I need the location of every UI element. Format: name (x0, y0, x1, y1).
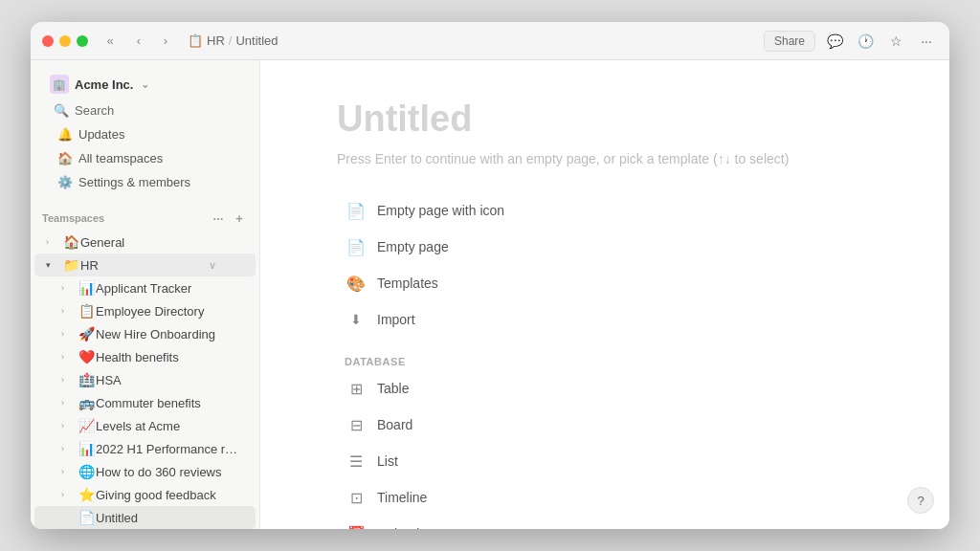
levels-icon: 📈 (77, 418, 96, 433)
breadcrumb-current: Untitled (235, 33, 278, 48)
feedback-label: Giving good feedback (96, 488, 248, 502)
chevron-icon: › (61, 467, 77, 476)
workspace-chevron: ⌄ (141, 78, 149, 91)
page-options-list: 📄 Empty page with icon 📄 Empty page 🎨 Te… (337, 193, 873, 337)
option-timeline[interactable]: ⊡ Timeline (337, 480, 873, 515)
hsa-icon: 🏥 (77, 372, 96, 387)
chevron-icon: › (61, 375, 77, 385)
page-area: Untitled Press Enter to continue with an… (260, 60, 949, 529)
h1-label: 2022 H1 Performance r… (96, 442, 248, 456)
sidebar-item-settings[interactable]: ⚙️ Settings & members (46, 170, 244, 194)
timeline-label: Timeline (377, 490, 427, 505)
sidebar-item-commuter[interactable]: › 🚌 Commuter benefits (34, 391, 256, 414)
section-more-button[interactable]: ··· (210, 209, 227, 227)
option-table[interactable]: ⊞ Table (337, 371, 873, 406)
more-button[interactable]: ··· (915, 30, 938, 53)
page-title[interactable]: Untitled (337, 99, 873, 140)
breadcrumb-section[interactable]: HR (207, 33, 225, 48)
workspace-selector[interactable]: 🏢 Acme Inc. ⌄ (42, 70, 248, 99)
search-button[interactable]: 🔍 Search (46, 99, 244, 122)
option-import[interactable]: ⬇ Import (337, 302, 873, 337)
list-icon: ☰ (345, 450, 368, 473)
applicant-tracker-icon: 📊 (77, 280, 96, 296)
employee-dir-icon: 📋 (77, 303, 96, 319)
templates-icon: 🎨 (345, 272, 368, 295)
chevron-icon: › (61, 283, 77, 293)
sidebar-item-applicant-tracker[interactable]: › 📊 Applicant Tracker (34, 276, 256, 299)
forward-button[interactable]: › (155, 31, 176, 52)
general-icon: 🏠 (61, 234, 80, 250)
close-button[interactable] (42, 35, 54, 47)
sidebar-item-new-hire[interactable]: › 🚀 New Hire Onboarding (34, 322, 256, 345)
back-button[interactable]: ‹ (128, 31, 149, 52)
titlebar-actions: Share 💬 🕐 ☆ ··· (764, 30, 938, 53)
option-list[interactable]: ☰ List (337, 444, 873, 478)
updates-icon: 🔔 (57, 127, 73, 142)
chevron-icon: › (61, 444, 77, 453)
option-board[interactable]: ⊟ Board (337, 408, 873, 442)
favorite-button[interactable]: ☆ (884, 30, 907, 53)
option-templates[interactable]: 🎨 Templates (337, 266, 873, 300)
help-button[interactable]: ? (907, 487, 934, 514)
option-empty-icon[interactable]: 📄 Empty page with icon (337, 193, 873, 228)
table-label: Table (377, 381, 409, 396)
sidebar-item-hr[interactable]: ▾ 📁 HR ∨ ··· + (34, 253, 256, 276)
share-button[interactable]: Share (764, 31, 815, 52)
templates-label: Templates (377, 276, 438, 291)
option-calendar[interactable]: 📅 Calendar (337, 517, 873, 529)
hr-badge: ∨ (209, 259, 216, 272)
minimize-button[interactable] (59, 35, 71, 47)
settings-icon: ⚙️ (57, 175, 73, 189)
option-empty-page[interactable]: 📄 Empty page (337, 230, 873, 264)
sidebar-item-feedback[interactable]: › ⭐ Giving good feedback (34, 483, 256, 506)
applicant-tracker-label: Applicant Tracker (96, 281, 248, 296)
workspace-name: Acme Inc. (75, 77, 133, 92)
sidebar-item-levels[interactable]: › 📈 Levels at Acme (34, 414, 256, 437)
search-label: Search (75, 103, 114, 118)
chevron-icon: › (61, 306, 77, 316)
sidebar-item-2022-h1[interactable]: › 📊 2022 H1 Performance r… (34, 437, 256, 460)
sidebar: 🏢 Acme Inc. ⌄ 🔍 Search 🔔 Updates 🏠 All t… (31, 60, 260, 529)
empty-icon-label: Empty page with icon (377, 203, 504, 218)
chevron-icon: › (46, 237, 61, 247)
comment-button[interactable]: 💬 (823, 30, 846, 53)
hr-more-button[interactable]: ··· (216, 257, 231, 273)
new-hire-icon: 🚀 (77, 326, 96, 342)
search-icon: 🔍 (54, 103, 69, 118)
hr-icon: 📁 (61, 257, 80, 273)
sidebar-item-health-benefits[interactable]: › ❤️ Health benefits (34, 345, 256, 368)
hr-add-button[interactable]: + (233, 257, 248, 273)
sidebar-item-employee-directory[interactable]: › 📋 Employee Directory (34, 299, 256, 322)
database-section-label: DATABASE (337, 356, 873, 367)
page-hint: Press Enter to continue with an empty pa… (337, 151, 873, 166)
board-icon: ⊟ (345, 413, 368, 436)
table-icon: ⊞ (345, 377, 368, 400)
health-label: Health benefits (96, 350, 248, 364)
import-icon: ⬇ (345, 308, 368, 331)
hsa-label: HSA (96, 373, 248, 387)
chevron-icon: › (61, 490, 77, 499)
import-label: Import (377, 312, 415, 327)
teamspaces-icon: 🏠 (57, 151, 73, 165)
section-add-button[interactable]: + (231, 209, 248, 227)
section-actions: ··· + (210, 209, 248, 227)
hr-label: HR (80, 258, 207, 273)
database-options-list: ⊞ Table ⊟ Board ☰ List ⊡ Timeline (337, 371, 873, 529)
sidebar-item-untitled[interactable]: 📄 Untitled (34, 506, 256, 529)
sidebar-item-360[interactable]: › 🌐 How to do 360 reviews (34, 460, 256, 483)
sidebar-item-general[interactable]: › 🏠 General (34, 231, 256, 253)
sidebar-item-updates[interactable]: 🔔 Updates (46, 122, 244, 146)
chevron-icon: ▾ (46, 260, 61, 270)
h1-icon: 📊 (77, 441, 96, 456)
sidebar-item-all-teamspaces[interactable]: 🏠 All teamspaces (46, 146, 244, 170)
collapse-sidebar-button[interactable]: « (100, 31, 121, 52)
sidebar-item-hsa[interactable]: › 🏥 HSA (34, 368, 256, 391)
360-label: How to do 360 reviews (96, 465, 248, 479)
commuter-icon: 🚌 (77, 395, 96, 410)
page-content: Untitled Press Enter to continue with an… (260, 60, 949, 529)
settings-label: Settings & members (78, 175, 190, 189)
untitled-label: Untitled (96, 511, 248, 525)
chevron-icon: › (61, 329, 77, 339)
history-button[interactable]: 🕐 (854, 30, 877, 53)
maximize-button[interactable] (77, 35, 88, 47)
